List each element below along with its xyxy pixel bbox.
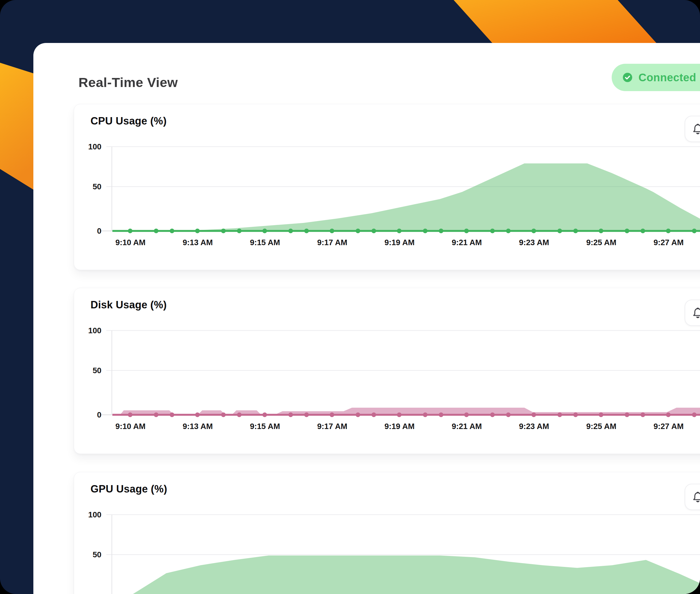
svg-text:9:25 AM: 9:25 AM (586, 422, 616, 431)
gridlines (100, 331, 700, 415)
svg-text:9:13 AM: 9:13 AM (183, 422, 213, 431)
svg-text:9:15 AM: 9:15 AM (250, 238, 280, 247)
svg-text:9:19 AM: 9:19 AM (384, 238, 415, 247)
disk-usage-card: Disk Usage (%) 0501009:10 AM9:13 AM9:15 … (74, 288, 700, 454)
usage-area (112, 163, 700, 231)
cpu-usage-card: CPU Usage (%) 0501009:10 AM9:13 AM9:15 A… (74, 104, 700, 270)
x-axis-labels: 9:10 AM9:13 AM9:15 AM9:17 AM9:19 AM9:21 … (115, 238, 684, 247)
gpu-chart-title: GPU Usage (%) (91, 483, 167, 495)
y-axis-labels: 050100 (88, 510, 101, 594)
x-axis-labels: 9:10 AM9:13 AM9:15 AM9:17 AM9:19 AM9:21 … (115, 422, 684, 431)
chart-svg: 0501009:10 AM9:13 AM9:15 AM9:17 AM9:19 A… (74, 321, 700, 452)
connection-status-badge: Connected (612, 64, 700, 91)
svg-text:9:15 AM: 9:15 AM (250, 422, 280, 431)
svg-text:9:19 AM: 9:19 AM (384, 422, 415, 431)
gpu-usage-card: GPU Usage (%) 0501009:10 AM9:13 AM9:15 A… (74, 472, 700, 594)
disk-chart: 0501009:10 AM9:13 AM9:15 AM9:17 AM9:19 A… (74, 321, 700, 452)
svg-text:9:10 AM: 9:10 AM (115, 238, 145, 247)
page-title: Real-Time View (78, 75, 178, 90)
bell-icon (691, 490, 700, 504)
svg-text:9:27 AM: 9:27 AM (654, 238, 684, 247)
cpu-chart-title: CPU Usage (%) (91, 115, 167, 127)
app-frame: Real-Time View Connected CPU Usage (%) 0… (0, 0, 700, 594)
y-axis-labels: 050100 (88, 326, 101, 419)
bell-icon (691, 122, 700, 136)
check-circle-icon (623, 72, 632, 82)
svg-text:50: 50 (93, 550, 101, 559)
svg-text:50: 50 (93, 182, 101, 191)
svg-text:9:13 AM: 9:13 AM (183, 238, 213, 247)
gpu-chart: 0501009:10 AM9:13 AM9:15 AM9:17 AM9:19 A… (74, 505, 700, 594)
svg-text:9:17 AM: 9:17 AM (317, 238, 347, 247)
top-right-orange-stripe (451, 0, 660, 46)
disk-chart-title: Disk Usage (%) (91, 299, 167, 311)
svg-text:0: 0 (97, 227, 101, 235)
svg-text:100: 100 (88, 510, 101, 519)
left-orange-stripe (0, 61, 33, 190)
svg-text:50: 50 (93, 366, 101, 375)
svg-text:100: 100 (88, 326, 101, 335)
svg-text:9:23 AM: 9:23 AM (519, 422, 549, 431)
svg-text:9:17 AM: 9:17 AM (317, 422, 347, 431)
svg-text:100: 100 (88, 142, 101, 151)
svg-text:0: 0 (97, 410, 101, 419)
svg-text:9:21 AM: 9:21 AM (452, 238, 482, 247)
svg-text:9:27 AM: 9:27 AM (654, 422, 684, 431)
svg-text:9:23 AM: 9:23 AM (519, 238, 549, 247)
svg-text:9:25 AM: 9:25 AM (586, 238, 616, 247)
y-axis-labels: 050100 (88, 142, 101, 235)
svg-text:9:21 AM: 9:21 AM (452, 422, 482, 431)
svg-text:9:10 AM: 9:10 AM (115, 422, 145, 431)
connection-status-label: Connected (638, 71, 696, 84)
chart-svg: 0501009:10 AM9:13 AM9:15 AM9:17 AM9:19 A… (74, 505, 700, 594)
bell-icon (691, 306, 700, 320)
usage-area (112, 408, 700, 415)
chart-svg: 0501009:10 AM9:13 AM9:15 AM9:17 AM9:19 A… (74, 137, 700, 268)
usage-area (112, 555, 700, 594)
main-panel: Real-Time View Connected CPU Usage (%) 0… (33, 43, 700, 594)
cpu-chart: 0501009:10 AM9:13 AM9:15 AM9:17 AM9:19 A… (74, 137, 700, 268)
